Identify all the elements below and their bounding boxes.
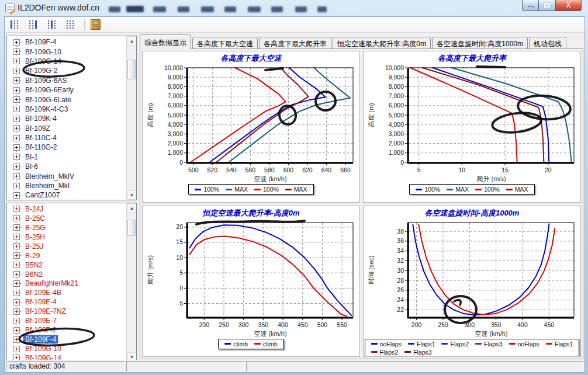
tree-item-label[interactable]: B5N2 [23,261,44,269]
tree-item-bf-110c-4[interactable]: Bf-110C-4 [7,133,126,143]
menu-item-blurred-2[interactable] [126,6,144,12]
expand-plus-icon[interactable] [13,125,20,131]
tree-item-label[interactable]: BI-6 [23,162,40,171]
tree-item-label[interactable]: Bf-109E-7 [23,317,58,325]
expand-plus-icon[interactable] [13,173,20,179]
menu-item-blurred-8[interactable] [271,6,283,12]
expand-plus-icon[interactable] [13,58,20,64]
expand-plus-icon[interactable] [13,336,20,343]
tree-item-b5n2[interactable]: B5N2 [7,261,126,270]
tree-item-label[interactable]: B-25J [23,242,45,251]
menu-item-blurred-7[interactable] [248,6,261,12]
tab-5[interactable]: 各空速盘旋时间:高度1000m [432,37,528,49]
tree-item-label[interactable]: CantZ1007 [23,191,61,199]
tree-item-b-25g[interactable]: B-25G [7,223,126,232]
expand-plus-icon[interactable] [13,106,20,112]
expand-plus-icon[interactable] [13,280,20,287]
tree-item-label[interactable]: Blenheim_MkI [23,182,71,190]
tree-item-label[interactable]: Bf-109Z [23,124,52,133]
tree-item-bf-109g-6as[interactable]: Bf-109G-6AS [7,76,126,85]
tree-item-label[interactable]: B6N2 [23,270,44,279]
expand-plus-icon[interactable] [13,318,20,324]
expand-plus-icon[interactable] [13,262,20,268]
tree-item-blenheim_mki[interactable]: Blenheim_MkI [7,181,126,190]
tab-4[interactable]: 恒定空速最大爬升率:高度0m [333,37,431,49]
tree-item-bf-109g-14[interactable]: Bf-109G-14 [7,57,126,66]
expand-plus-icon[interactable] [13,48,20,55]
scroll-up-arrow[interactable]: ▲ [127,36,137,46]
expand-plus-icon[interactable] [13,224,20,231]
tree-item-label[interactable]: Bf-109G-6Early [23,86,75,94]
tree-item-beaufightermk21[interactable]: BeaufighterMk21 [7,279,126,289]
tree-item-label[interactable]: Bf-109E-7NZ [23,307,68,315]
tree-item-label[interactable]: Bf-109G-2 [23,67,59,75]
tab-6[interactable]: 机动包线 [529,37,566,49]
close-button[interactable]: X [555,0,582,11]
expand-plus-icon[interactable] [13,192,20,199]
tree-item-label[interactable]: B-25H [23,233,47,241]
tree-item-b-24j[interactable]: B-24J [7,204,126,214]
tree-item-bf-109e-7[interactable]: Bf-109E-7 [7,316,126,325]
tree-item-label[interactable]: Bf-109K-4 [23,114,58,123]
menu-item-blurred-10[interactable] [317,6,327,12]
tree-item-b6n2[interactable]: B6N2 [7,270,126,279]
tree-item-label[interactable]: BeaufighterMk21 [23,279,80,287]
scroll-thumb[interactable] [127,60,136,79]
expand-plus-icon[interactable] [13,116,20,122]
tree-item-label[interactable]: Bf-109E-4B [23,289,63,297]
tree-item-bf-109g-2[interactable]: Bf-109G-2 [7,66,126,75]
title-bar[interactable]: IL2DOFen www.dof.cn X [0,0,588,16]
expand-plus-icon[interactable] [13,96,20,103]
tab-3[interactable]: 各高度下最大爬升率 [259,37,331,49]
tree-item-b-25c[interactable]: B-25C [7,214,126,223]
expand-plus-icon[interactable] [13,252,20,259]
expand-plus-icon[interactable] [13,243,20,249]
menu-item-blurred-1[interactable] [109,6,120,12]
expand-plus-icon[interactable] [13,234,20,240]
tree-item-label[interactable]: Bf-109F-4 [23,38,58,46]
minimize-button[interactable] [522,0,539,11]
scroll-down-arrow[interactable]: ▼ [127,190,137,200]
tree-item-label[interactable]: Bf-109F-4 [23,335,58,343]
column-list-icon-4[interactable] [64,19,78,30]
tree-item-bf-109k-4[interactable]: Bf-109K-4 [7,114,126,123]
column-list-icon-1[interactable] [8,19,22,30]
tree-item-bf-109e-7nz[interactable]: Bf-109E-7NZ [7,307,126,316]
aircraft-tree-top[interactable]: Bf-109F-4Bf-109G-10Bf-109G-14Bf-109G-2Bf… [6,36,137,200]
expand-plus-icon[interactable] [13,308,20,315]
tree-item-label[interactable]: B-24J [23,205,45,213]
tree-item-label[interactable]: Bf-109G-6AS [23,77,68,85]
tree-item-label[interactable]: BI-1 [23,153,40,161]
tree-item-bf-109g-6late[interactable]: Bf-109G-6Late [7,95,126,104]
menu-item-blurred-3[interactable] [153,6,166,12]
tree-item-blenheim_mkiv[interactable]: Blenheim_MkIV [7,171,126,180]
tree-item-label[interactable]: Bf-110G-2 [23,143,58,151]
tree-item-bi-6[interactable]: BI-6 [7,162,126,171]
expand-plus-icon[interactable] [13,39,20,46]
exit-door-icon[interactable] [91,19,101,30]
expand-plus-icon[interactable] [13,135,20,141]
menu-item-blurred-9[interactable] [295,6,307,12]
tree-item-bf-109f-2[interactable]: Bf-109F-2 [7,325,126,335]
tree-item-cantz1007[interactable]: CantZ1007 [7,190,126,200]
tree-bottom-scrollbar[interactable]: ▲ ▼ [126,203,136,362]
column-list-icon-2[interactable] [27,19,41,30]
tree-item-label[interactable]: B-25C [23,214,47,223]
tab-1[interactable]: 综合数据显示 [140,34,191,49]
tree-item-bf-110g-2[interactable]: Bf-110G-2 [7,143,126,152]
tree-item-bf-109e-4[interactable]: Bf-109E-4 [7,297,126,307]
tree-item-bf-109g-10[interactable]: Bf-109G-10 [7,344,126,353]
expand-plus-icon[interactable] [13,290,20,296]
expand-plus-icon[interactable] [13,164,20,170]
tree-item-label[interactable]: B-25G [23,224,47,232]
maximize-button[interactable] [539,0,555,11]
tree-item-bf-109k-4-c3[interactable]: Bf-109K-4-C3 [7,105,126,114]
tree-item-label[interactable]: Bf-109G-14 [23,57,63,65]
menu-item-blurred-6[interactable] [224,6,236,12]
menu-item-blurred-5[interactable] [201,6,214,12]
tree-item-bf-109z[interactable]: Bf-109Z [7,124,126,133]
tree-item-label[interactable]: Bf-109G-10 [23,345,63,353]
expand-plus-icon[interactable] [13,87,20,93]
tree-item-b-29[interactable]: B-29 [7,251,126,261]
tree-top-scrollbar[interactable]: ▲ ▼ [126,36,136,200]
